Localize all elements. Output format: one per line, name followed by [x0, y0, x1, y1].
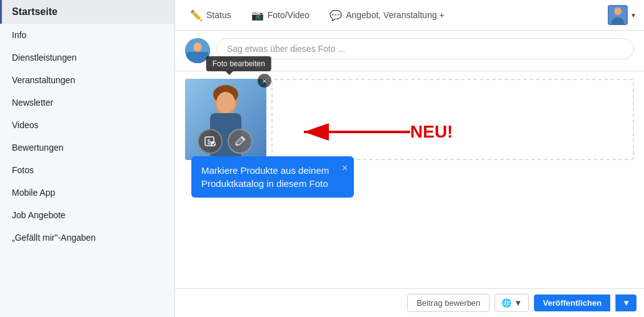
veroeffentlichen-dropdown-button[interactable]: ▼	[615, 294, 636, 311]
foto-bearbeiten-tooltip: Foto bearbeiten	[206, 56, 271, 71]
tag-product-button[interactable]	[198, 129, 223, 154]
neu-annotation: NEU!	[291, 116, 453, 148]
red-arrow	[291, 116, 416, 148]
photo-container: × Foto bearbeiten	[185, 79, 634, 160]
popup-close-button[interactable]: ×	[342, 161, 348, 175]
post-toolbar: ✏️ Status 📷 Foto/Video 💬 Angebot, Verans…	[175, 0, 644, 31]
popup-text: Markiere Produkte aus deinem Produktkata…	[201, 165, 329, 189]
sidebar-item-label: Job Angebote	[12, 210, 66, 220]
sidebar-item-label: Info	[12, 30, 26, 40]
sidebar-item-label: Bewertungen	[12, 143, 64, 153]
foto-video-button[interactable]: 📷 Foto/Video	[244, 6, 317, 25]
sidebar-item-gefaellt-mir[interactable]: „Gefällt mir"-Angaben	[0, 226, 174, 249]
camera-icon: 📷	[251, 9, 264, 21]
sidebar-item-newsletter[interactable]: Newsletter	[0, 91, 174, 114]
avatar-dropdown-icon: ▼	[630, 12, 636, 19]
svg-point-2	[614, 8, 621, 15]
avatar-button[interactable]: ▼	[608, 5, 636, 25]
photo-preview-wrapper: × Foto bearbeiten	[185, 79, 266, 160]
product-tag-popup: Markiere Produkte aus deinem Produktkata…	[191, 156, 354, 198]
main-content: ✏️ Status 📷 Foto/Video 💬 Angebot, Verans…	[175, 0, 644, 317]
photo-area: × Foto bearbeiten	[175, 71, 644, 209]
sidebar-item-job-angebote[interactable]: Job Angebote	[0, 204, 174, 226]
sidebar-item-label: Newsletter	[12, 98, 53, 108]
close-photo-button[interactable]: ×	[258, 74, 271, 88]
bottom-bar: Beitrag bewerben 🌐 ▼ Veröffentlichen ▼	[175, 288, 644, 317]
svg-rect-8	[188, 54, 208, 63]
foto-video-label: Foto/Video	[268, 10, 309, 20]
privacy-button[interactable]: 🌐 ▼	[495, 294, 529, 312]
post-placeholder: Sag etwas über dieses Foto ...	[227, 44, 345, 54]
sidebar-item-startseite[interactable]: Startseite	[0, 0, 174, 24]
privacy-dropdown-icon: ▼	[514, 298, 522, 308]
status-button[interactable]: ✏️ Status	[183, 6, 239, 25]
angebot-button[interactable]: 💬 Angebot, Veranstaltung +	[322, 6, 452, 25]
sidebar-item-fotos[interactable]: Fotos	[0, 159, 174, 181]
user-avatar	[608, 5, 628, 25]
sidebar-item-videos[interactable]: Videos	[0, 114, 174, 136]
post-text-input[interactable]: Sag etwas über dieses Foto ...	[216, 38, 634, 59]
neu-label: NEU!	[410, 122, 453, 142]
veroeffentlichen-button[interactable]: Veröffentlichen	[534, 294, 610, 311]
photo-icon-buttons	[198, 129, 253, 154]
sidebar-item-label: Videos	[12, 120, 39, 130]
sidebar-item-label: Fotos	[12, 165, 34, 175]
edit-photo-button[interactable]	[228, 129, 253, 154]
sidebar-item-info[interactable]: Info	[0, 24, 174, 46]
status-label: Status	[206, 10, 231, 20]
sidebar-item-veranstaltungen[interactable]: Veranstaltungen	[0, 69, 174, 91]
sidebar-item-label: „Gefällt mir"-Angaben	[12, 233, 96, 243]
sidebar-item-label: Startseite	[12, 6, 58, 17]
sidebar-item-mobile-app[interactable]: Mobile App	[0, 181, 174, 204]
sidebar: Startseite Info Dienstleistungen Veranst…	[0, 0, 175, 317]
sidebar-item-label: Mobile App	[12, 188, 55, 198]
sidebar-item-label: Dienstleistungen	[12, 53, 77, 63]
angebot-label: Angebot, Veranstaltung +	[346, 10, 445, 20]
pencil-icon: ✏️	[190, 9, 203, 21]
sidebar-item-label: Veranstaltungen	[12, 75, 75, 85]
svg-point-7	[194, 43, 201, 50]
chat-icon: 💬	[330, 9, 342, 21]
globe-icon: 🌐	[501, 298, 511, 308]
sidebar-item-bewertungen[interactable]: Bewertungen	[0, 136, 174, 159]
bewerben-button[interactable]: Beitrag bewerben	[407, 294, 490, 312]
sidebar-item-dienstleistungen[interactable]: Dienstleistungen	[0, 46, 174, 69]
svg-point-14	[216, 92, 235, 113]
dropdown-chevron-icon: ▼	[622, 298, 630, 308]
